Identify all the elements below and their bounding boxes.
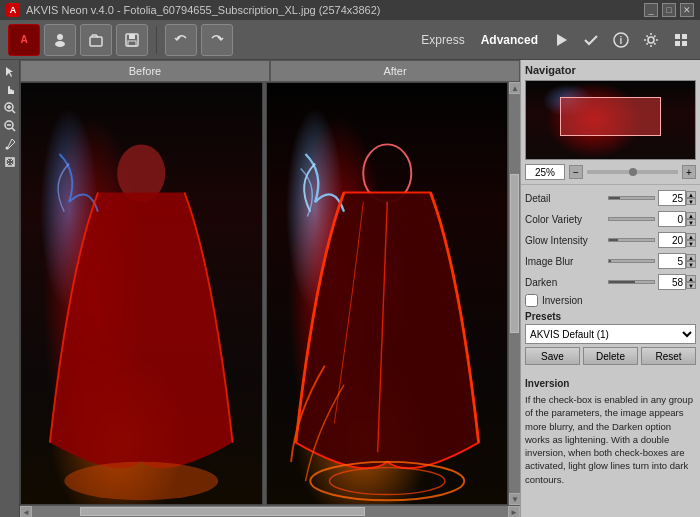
svg-point-9	[648, 37, 654, 43]
close-button[interactable]: ✕	[680, 3, 694, 17]
glow-intensity-up[interactable]: ▲	[686, 233, 696, 240]
glow-intensity-value[interactable]	[658, 232, 686, 248]
eyedropper-tool[interactable]	[2, 136, 18, 152]
after-panel[interactable]	[266, 82, 509, 505]
darken-slider[interactable]	[608, 280, 655, 284]
darken-spinners: ▲ ▼	[686, 275, 696, 289]
svg-point-28	[329, 468, 444, 495]
detail-value[interactable]	[658, 190, 686, 206]
fit-tool[interactable]	[2, 154, 18, 170]
toolbar: A Express Advanced i	[0, 20, 700, 60]
home-icon[interactable]	[44, 24, 76, 56]
image-blur-slider[interactable]	[608, 259, 655, 263]
zoom-minus-button[interactable]: −	[569, 165, 583, 179]
after-image	[267, 83, 508, 504]
zoom-in-tool[interactable]	[2, 100, 18, 116]
titlebar: A AKVIS Neon v.4.0 - Fotolia_60794655_Su…	[0, 0, 700, 20]
presets-label: Presets	[525, 311, 696, 322]
save-icon[interactable]	[116, 24, 148, 56]
window-title: AKVIS Neon v.4.0 - Fotolia_60794655_Subs…	[26, 4, 644, 16]
canvas-content[interactable]: ▲ ▼	[20, 82, 520, 505]
scroll-down-button[interactable]: ▼	[509, 493, 520, 505]
left-toolbar	[0, 60, 20, 517]
before-panel[interactable]	[20, 82, 263, 505]
scroll-track	[509, 94, 520, 493]
svg-point-1	[55, 41, 65, 47]
cursor-tool[interactable]	[2, 64, 18, 80]
redo-icon[interactable]	[201, 24, 233, 56]
inversion-checkbox[interactable]	[525, 294, 538, 307]
color-variety-slider[interactable]	[608, 217, 655, 221]
glow-intensity-slider[interactable]	[608, 238, 655, 242]
zoom-input[interactable]	[525, 164, 565, 180]
svg-point-22	[5, 147, 8, 150]
minimize-button[interactable]: _	[644, 3, 658, 17]
inversion-row: Inversion	[525, 294, 696, 307]
delete-button[interactable]: Delete	[583, 347, 638, 365]
detail-slider-fill	[609, 197, 620, 199]
undo-icon[interactable]	[165, 24, 197, 56]
svg-point-0	[57, 34, 63, 40]
glow-intensity-fill	[609, 239, 618, 241]
svg-point-25	[64, 462, 218, 500]
detail-label: Detail	[525, 193, 605, 204]
inversion-label[interactable]: Inversion	[542, 295, 583, 306]
info-button[interactable]: i	[610, 29, 632, 51]
svg-rect-10	[675, 34, 680, 39]
zoom-out-tool[interactable]	[2, 118, 18, 134]
toolbar-right: Express Advanced i	[417, 29, 692, 51]
detail-up[interactable]: ▲	[686, 191, 696, 198]
darken-down[interactable]: ▼	[686, 282, 696, 289]
navigator: Navigator − +	[521, 60, 700, 185]
zoom-slider[interactable]	[587, 170, 678, 174]
navigator-controls: − +	[525, 164, 696, 180]
image-blur-up[interactable]: ▲	[686, 254, 696, 261]
image-blur-fill	[609, 260, 611, 262]
express-button[interactable]: Express	[417, 31, 468, 49]
svg-line-18	[12, 110, 15, 113]
save-button[interactable]: Save	[525, 347, 580, 365]
image-blur-spinners: ▲ ▼	[686, 254, 696, 268]
info-title: Inversion	[525, 377, 696, 391]
scroll-right-button[interactable]: ►	[508, 506, 520, 517]
detail-slider[interactable]	[608, 196, 655, 200]
h-scroll-thumb[interactable]	[80, 507, 366, 516]
reset-button[interactable]: Reset	[641, 347, 696, 365]
zoom-plus-button[interactable]: +	[682, 165, 696, 179]
open-icon[interactable]	[80, 24, 112, 56]
detail-down[interactable]: ▼	[686, 198, 696, 205]
scroll-thumb[interactable]	[510, 174, 519, 334]
scroll-up-button[interactable]: ▲	[509, 82, 520, 94]
maximize-button[interactable]: □	[662, 3, 676, 17]
settings-button[interactable]	[640, 29, 662, 51]
horizontal-scrollbar[interactable]: ◄ ►	[20, 505, 520, 517]
hand-tool[interactable]	[2, 82, 18, 98]
apply-button[interactable]	[580, 29, 602, 51]
svg-marker-14	[6, 67, 13, 77]
svg-marker-6	[557, 34, 567, 46]
before-image	[21, 83, 262, 504]
play-button[interactable]	[550, 29, 572, 51]
darken-fill	[609, 281, 635, 283]
advanced-button[interactable]: Advanced	[477, 31, 542, 49]
color-variety-value[interactable]	[658, 211, 686, 227]
svg-rect-11	[682, 34, 687, 39]
image-blur-down[interactable]: ▼	[686, 261, 696, 268]
vertical-scrollbar[interactable]: ▲ ▼	[508, 82, 520, 505]
darken-up[interactable]: ▲	[686, 275, 696, 282]
darken-value[interactable]	[658, 274, 686, 290]
image-blur-value[interactable]	[658, 253, 686, 269]
navigator-thumbnail	[525, 80, 696, 160]
presets-select[interactable]: AKVIS Default (1) AKVIS Default (2) Cust…	[525, 324, 696, 344]
window-controls: _ □ ✕	[644, 3, 694, 17]
scroll-left-button[interactable]: ◄	[20, 506, 32, 517]
color-variety-down[interactable]: ▼	[686, 219, 696, 226]
svg-rect-12	[675, 41, 680, 46]
glow-intensity-spinners: ▲ ▼	[686, 233, 696, 247]
navigator-viewport[interactable]	[560, 97, 661, 136]
grid-button[interactable]	[670, 29, 692, 51]
glow-intensity-down[interactable]: ▼	[686, 240, 696, 247]
color-variety-up[interactable]: ▲	[686, 212, 696, 219]
glow-intensity-row: Glow Intensity ▲ ▼	[525, 231, 696, 249]
darken-row: Darken ▲ ▼	[525, 273, 696, 291]
